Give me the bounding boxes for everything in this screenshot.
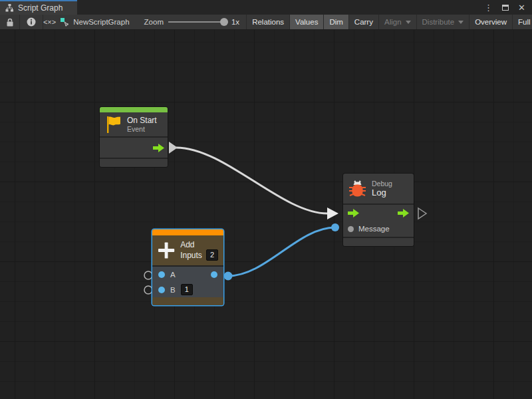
message-input-port[interactable] xyxy=(348,226,354,232)
control-output-arrow-icon[interactable] xyxy=(153,144,164,152)
titlebar-spacer xyxy=(77,0,477,15)
port-b-value-field[interactable]: 1 xyxy=(181,284,193,295)
value-wire-source-dot[interactable] xyxy=(224,272,233,281)
align-dropdown[interactable]: Align xyxy=(379,15,417,29)
unconnected-input-ring-a[interactable] xyxy=(144,271,152,279)
info-button[interactable] xyxy=(20,15,43,29)
dim-label: Dim xyxy=(329,18,342,26)
node-add[interactable]: Add Inputs 2 A B 1 xyxy=(152,229,223,305)
control-input-arrow-icon[interactable] xyxy=(348,209,359,217)
chevron-down-icon xyxy=(458,21,464,24)
control-ports-row xyxy=(343,205,414,221)
titlebar: Script Graph ⋮ ✕ xyxy=(0,0,532,15)
node-title: Add xyxy=(180,240,218,249)
control-wire-arrowhead-icon xyxy=(327,207,338,219)
graph-canvas[interactable]: On Start Event xyxy=(0,30,532,399)
full-screen-label: Full S xyxy=(518,18,532,26)
info-icon xyxy=(27,17,36,27)
distribute-label: Distribute xyxy=(422,18,455,26)
node-on-start[interactable]: On Start Event xyxy=(100,107,168,167)
control-connection-wire[interactable] xyxy=(176,148,327,213)
inputs-label: Inputs xyxy=(180,251,202,260)
input-port-a[interactable] xyxy=(158,271,165,278)
relations-label: Relations xyxy=(252,18,284,26)
window-maximize-icon[interactable] xyxy=(502,5,509,11)
flag-icon xyxy=(105,115,122,134)
math-accent-bar xyxy=(152,229,223,235)
inputs-count-field[interactable]: 2 xyxy=(206,249,218,261)
overview-label: Overview xyxy=(475,18,507,26)
plus-icon xyxy=(158,241,175,259)
output-port-sum[interactable] xyxy=(211,271,217,278)
unconnected-output-triangle[interactable] xyxy=(418,208,426,219)
node-footer xyxy=(343,238,414,246)
window-menu-icon[interactable]: ⋮ xyxy=(484,3,493,12)
lock-icon xyxy=(6,18,14,27)
script-graph-icon xyxy=(60,17,69,27)
code-icon: <×> xyxy=(43,18,56,26)
dim-button[interactable]: Dim xyxy=(324,15,348,29)
node-debug-log[interactable]: Debug Log Message xyxy=(343,174,414,246)
relations-button[interactable]: Relations xyxy=(247,15,290,29)
zoom-control: Zoom 1x xyxy=(135,15,247,29)
value-connection-wire[interactable] xyxy=(228,227,335,276)
carry-button[interactable]: Carry xyxy=(349,15,379,29)
zoom-value: 1x xyxy=(231,18,239,26)
event-accent-bar xyxy=(100,107,168,112)
node-subtitle: Event xyxy=(127,125,157,134)
zoom-label: Zoom xyxy=(144,18,164,26)
input-port-b[interactable] xyxy=(158,287,165,293)
message-port-row: Message xyxy=(343,221,414,237)
node-title: Log xyxy=(372,188,392,198)
edit-source-button[interactable]: <×> xyxy=(43,15,56,29)
zoom-slider-thumb[interactable] xyxy=(220,18,228,26)
on-start-ports xyxy=(100,138,168,158)
port-row-a: A xyxy=(152,267,223,282)
carry-label: Carry xyxy=(354,18,373,26)
zoom-slider[interactable] xyxy=(168,17,227,27)
port-a-label: A xyxy=(170,271,176,279)
node-footer xyxy=(100,159,168,167)
distribute-dropdown[interactable]: Distribute xyxy=(417,15,470,29)
bug-icon xyxy=(348,180,366,198)
control-source-port-triangle[interactable] xyxy=(169,142,178,154)
port-row-b: B 1 xyxy=(152,282,223,297)
unconnected-input-ring-b[interactable] xyxy=(144,286,152,294)
node-title: On Start xyxy=(127,116,157,125)
lock-button[interactable] xyxy=(0,15,20,29)
full-screen-button[interactable]: Full S xyxy=(513,15,532,29)
chevron-down-icon xyxy=(406,21,411,24)
port-b-label: B xyxy=(170,286,176,294)
control-output-arrow-icon[interactable] xyxy=(398,209,409,217)
tab-title: Script Graph xyxy=(18,3,63,13)
values-label: Values xyxy=(295,18,318,26)
message-port-label: Message xyxy=(358,225,390,233)
window-close-icon[interactable]: ✕ xyxy=(518,3,525,12)
graph-window-icon xyxy=(5,4,14,12)
tab-script-graph[interactable]: Script Graph xyxy=(0,0,77,15)
overview-button[interactable]: Overview xyxy=(469,15,513,29)
graph-breadcrumb[interactable]: NewScriptGraph xyxy=(56,15,134,29)
value-wire-target-dot[interactable] xyxy=(331,223,339,231)
values-button[interactable]: Values xyxy=(290,15,324,29)
zoom-slider-track xyxy=(168,21,227,23)
graph-toolbar: <×> NewScriptGraph Zoom 1x Relations Val… xyxy=(0,15,532,30)
wire-layer xyxy=(0,30,532,399)
graph-name: NewScriptGraph xyxy=(73,18,129,26)
add-ports: A B 1 xyxy=(152,267,223,297)
align-label: Align xyxy=(384,18,402,26)
node-footer xyxy=(152,297,223,305)
